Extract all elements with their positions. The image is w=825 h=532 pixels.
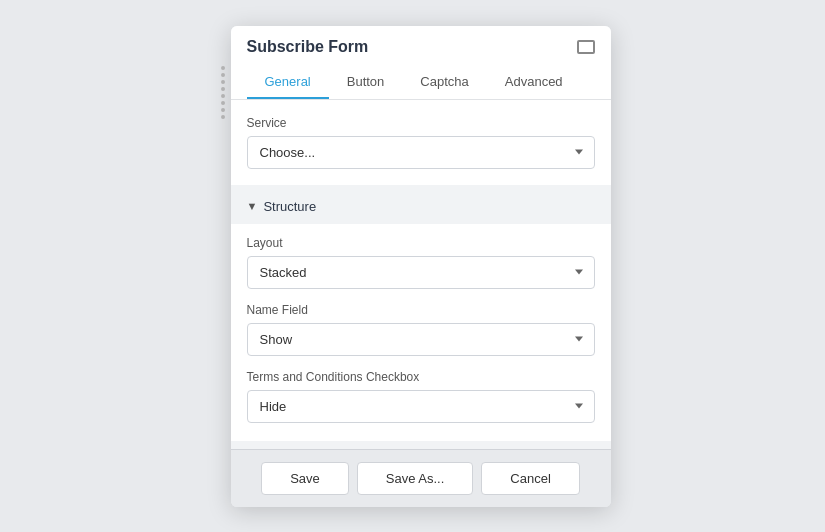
drag-dot [221,94,225,98]
layout-field-group: Layout Stacked Inline [247,236,595,289]
tab-captcha[interactable]: Captcha [402,66,486,99]
save-button[interactable]: Save [261,462,349,495]
terms-label: Terms and Conditions Checkbox [247,370,595,384]
tab-button[interactable]: Button [329,66,403,99]
save-as-button[interactable]: Save As... [357,462,474,495]
name-select-wrapper: Show Hide [247,323,595,356]
drag-dot [221,87,225,91]
drag-dot [221,115,225,119]
tab-bar: General Button Captcha Advanced [247,66,595,99]
service-label: Service [247,116,595,130]
tab-advanced[interactable]: Advanced [487,66,581,99]
name-field-select[interactable]: Show Hide [247,323,595,356]
name-field-label: Name Field [247,303,595,317]
structure-section-label: Structure [263,199,316,214]
structure-section: ▼ Structure Layout Stacked Inline [231,189,611,441]
subscribe-form-dialog: Subscribe Form General Button Captcha Ad… [231,26,611,507]
drag-handle [215,26,231,119]
dialog-header: Subscribe Form General Button Captcha Ad… [231,26,611,100]
dialog-title-row: Subscribe Form [247,38,595,56]
structure-section-header[interactable]: ▼ Structure [231,189,611,224]
name-field-group: Name Field Show Hide [247,303,595,356]
drag-dot [221,66,225,70]
dialog-wrapper: Subscribe Form General Button Captcha Ad… [215,26,611,507]
layout-select-wrapper: Stacked Inline [247,256,595,289]
drag-dot [221,80,225,84]
service-section: Service Choose... Mailchimp Constant Con… [231,100,611,185]
drag-dot [221,101,225,105]
terms-select-wrapper: Hide Show [247,390,595,423]
structure-chevron-icon: ▼ [247,200,258,212]
cancel-button[interactable]: Cancel [481,462,579,495]
service-select-wrapper: Choose... Mailchimp Constant Contact AWe… [247,136,595,169]
window-restore-icon[interactable] [577,40,595,54]
terms-field-group: Terms and Conditions Checkbox Hide Show [247,370,595,423]
dialog-footer: Save Save As... Cancel [231,449,611,507]
drag-dot [221,73,225,77]
layout-label: Layout [247,236,595,250]
dialog-body: Service Choose... Mailchimp Constant Con… [231,100,611,449]
layout-select[interactable]: Stacked Inline [247,256,595,289]
tab-general[interactable]: General [247,66,329,99]
terms-select[interactable]: Hide Show [247,390,595,423]
service-select[interactable]: Choose... Mailchimp Constant Contact AWe… [247,136,595,169]
drag-dot [221,108,225,112]
dialog-title: Subscribe Form [247,38,369,56]
structure-fields: Layout Stacked Inline Name Field [231,224,611,441]
